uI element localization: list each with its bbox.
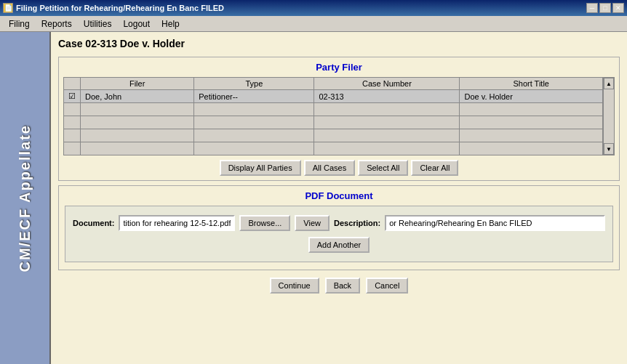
title-bar: 📄 Filing Petition for Rehearing/Rehearin… bbox=[0, 0, 627, 16]
browse-button[interactable]: Browse... bbox=[239, 215, 290, 231]
menu-filing[interactable]: Filing bbox=[3, 17, 36, 31]
empty-row bbox=[64, 103, 603, 116]
party-filer-section: Party Filer Filer Type Case Number Short… bbox=[58, 57, 620, 181]
empty-row bbox=[64, 116, 603, 129]
cancel-button[interactable]: Cancel bbox=[366, 278, 408, 294]
row-case-number: 02-313 bbox=[314, 90, 460, 103]
pdf-document-title: PDF Document bbox=[63, 190, 615, 201]
close-button[interactable]: ✕ bbox=[612, 3, 624, 13]
col-filer: Filer bbox=[81, 78, 194, 90]
scrollbar[interactable]: ▲ ▼ bbox=[603, 77, 615, 155]
row-checkbox[interactable]: ☑ bbox=[64, 90, 81, 103]
menu-logout[interactable]: Logout bbox=[117, 17, 156, 31]
content-area: Case 02-313 Doe v. Holder Party Filer Fi… bbox=[51, 32, 627, 364]
party-table: Filer Type Case Number Short Title ☑ Doe… bbox=[63, 77, 603, 155]
empty-row bbox=[64, 129, 603, 142]
document-row: Document: Browse... View Description: bbox=[73, 215, 605, 231]
pdf-inner: Document: Browse... View Description: Ad… bbox=[65, 206, 613, 262]
main-container: CM/ECF Appellate Case 02-313 Doe v. Hold… bbox=[0, 32, 627, 364]
select-all-button[interactable]: Select All bbox=[358, 160, 408, 176]
col-type: Type bbox=[194, 78, 314, 90]
row-filer: Doe, John bbox=[81, 90, 194, 103]
sidebar: CM/ECF Appellate bbox=[0, 32, 51, 364]
add-another-row: Add Another bbox=[73, 237, 605, 253]
sidebar-label: CM/ECF Appellate bbox=[17, 124, 33, 272]
view-button[interactable]: View bbox=[295, 215, 330, 231]
add-another-button[interactable]: Add Another bbox=[308, 237, 370, 253]
menu-bar: Filing Reports Utilities Logout Help bbox=[0, 16, 627, 32]
clear-all-button[interactable]: Clear All bbox=[411, 160, 458, 176]
minimize-button[interactable]: ─ bbox=[586, 3, 598, 13]
menu-utilities[interactable]: Utilities bbox=[78, 17, 118, 31]
display-all-parties-button[interactable]: Display All Parties bbox=[220, 160, 301, 176]
app-icon: 📄 bbox=[3, 3, 13, 13]
row-short-title: Doe v. Holder bbox=[460, 90, 603, 103]
col-checkbox bbox=[64, 78, 81, 90]
scroll-up-arrow[interactable]: ▲ bbox=[604, 78, 614, 89]
table-row[interactable]: ☑ Doe, John Petitioner-- 02-313 Doe v. H… bbox=[64, 90, 603, 103]
case-title: Case 02-313 Doe v. Holder bbox=[58, 38, 620, 49]
empty-row bbox=[64, 142, 603, 155]
menu-reports[interactable]: Reports bbox=[36, 17, 78, 31]
description-label: Description: bbox=[334, 219, 380, 227]
window-title: Filing Petition for Rehearing/Rehearing … bbox=[16, 4, 224, 12]
document-input[interactable] bbox=[119, 215, 235, 231]
back-button[interactable]: Back bbox=[325, 278, 360, 294]
bottom-buttons: Continue Back Cancel bbox=[58, 278, 620, 294]
all-cases-button[interactable]: All Cases bbox=[304, 160, 355, 176]
menu-help[interactable]: Help bbox=[156, 17, 185, 31]
continue-button[interactable]: Continue bbox=[270, 278, 319, 294]
description-input[interactable] bbox=[385, 215, 605, 231]
pdf-document-section: PDF Document Document: Browse... View De… bbox=[58, 185, 620, 270]
row-type: Petitioner-- bbox=[194, 90, 314, 103]
party-table-container: Filer Type Case Number Short Title ☑ Doe… bbox=[63, 77, 615, 155]
maximize-button[interactable]: □ bbox=[599, 3, 611, 13]
document-label: Document: bbox=[73, 219, 114, 227]
scroll-down-arrow[interactable]: ▼ bbox=[604, 143, 614, 155]
col-short-title: Short Title bbox=[460, 78, 603, 90]
party-filer-title: Party Filer bbox=[63, 62, 615, 73]
col-case-number: Case Number bbox=[314, 78, 460, 90]
party-buttons: Display All Parties All Cases Select All… bbox=[63, 160, 615, 176]
window-controls: ─ □ ✕ bbox=[586, 3, 624, 13]
